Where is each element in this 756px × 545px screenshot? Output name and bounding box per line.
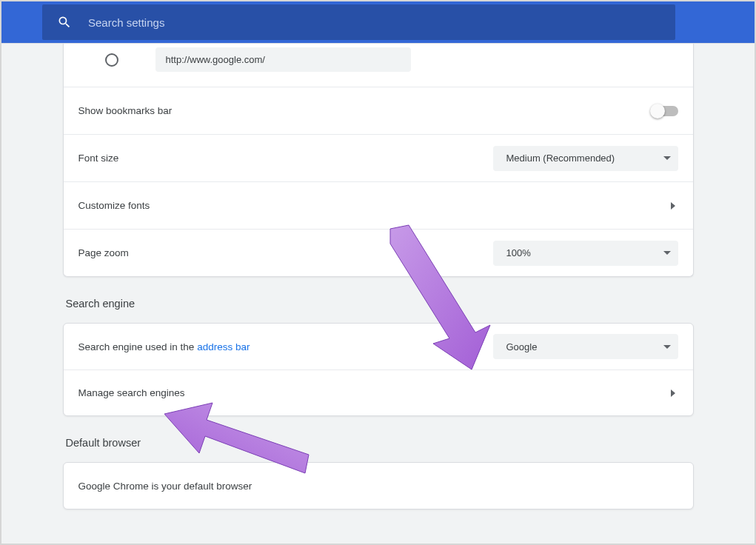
appearance-card: http://www.google.com/ Show bookmarks ba… [63, 43, 694, 277]
search-engine-select[interactable]: Google [493, 334, 678, 359]
content-area: http://www.google.com/ Show bookmarks ba… [1, 43, 755, 544]
manage-search-engines-row[interactable]: Manage search engines [64, 370, 693, 415]
radio-icon[interactable] [105, 53, 118, 67]
search-input[interactable] [88, 16, 660, 29]
customize-fonts-label: Customize fonts [78, 200, 671, 211]
default-browser-section-title: Default browser [66, 437, 694, 449]
manage-search-engines-label: Manage search engines [78, 387, 671, 398]
font-size-row: Font size Medium (Recommended) [64, 134, 693, 181]
search-engine-used-label: Search engine used in the address bar [78, 341, 493, 352]
customize-fonts-row[interactable]: Customize fonts [64, 181, 693, 229]
search-engine-row: Search engine used in the address bar Go… [64, 324, 693, 370]
page-zoom-row: Page zoom 100% [64, 229, 693, 276]
default-browser-card: Google Chrome is your default browser [63, 462, 694, 509]
search-icon [57, 15, 72, 30]
chevron-right-icon [671, 389, 675, 397]
font-size-select[interactable]: Medium (Recommended) [493, 146, 678, 171]
default-browser-status: Google Chrome is your default browser [78, 481, 678, 492]
font-size-label: Font size [78, 153, 493, 164]
search-engine-card: Search engine used in the address bar Go… [63, 323, 694, 416]
page-zoom-value: 100% [506, 247, 663, 258]
chevron-down-icon [663, 251, 671, 255]
bookmarks-bar-label: Show bookmarks bar [78, 105, 652, 116]
chevron-down-icon [663, 345, 671, 349]
toggle-knob-icon [650, 104, 665, 118]
font-size-value: Medium (Recommended) [506, 153, 663, 164]
page-zoom-label: Page zoom [78, 247, 493, 258]
bookmarks-bar-row: Show bookmarks bar [64, 87, 693, 134]
address-bar-link[interactable]: address bar [197, 341, 250, 352]
search-bar[interactable] [42, 4, 675, 40]
search-engine-section-title: Search engine [66, 298, 694, 310]
homepage-row[interactable]: http://www.google.com/ [64, 43, 693, 87]
chevron-down-icon [663, 156, 671, 160]
search-engine-value: Google [506, 341, 663, 352]
homepage-url-field[interactable]: http://www.google.com/ [155, 47, 411, 72]
page-zoom-select[interactable]: 100% [493, 241, 678, 266]
default-browser-row: Google Chrome is your default browser [64, 463, 693, 509]
top-banner [1, 1, 755, 43]
bookmarks-bar-toggle[interactable] [652, 106, 678, 116]
chevron-right-icon [671, 202, 675, 210]
